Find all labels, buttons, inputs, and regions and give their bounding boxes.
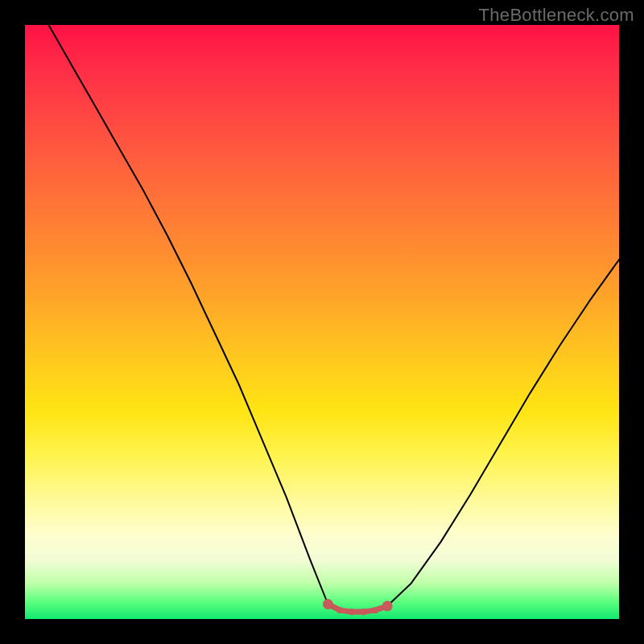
marker-dot xyxy=(323,599,333,609)
plot-area xyxy=(25,25,619,619)
curve-layer xyxy=(25,25,619,619)
chart-frame: TheBottleneck.com xyxy=(0,0,644,644)
marker-dot xyxy=(361,609,367,615)
marker-dot xyxy=(349,609,355,615)
marker-dot xyxy=(336,607,343,613)
bottleneck-curve xyxy=(49,25,620,612)
marker-dot xyxy=(382,601,393,611)
watermark-text: TheBottleneck.com xyxy=(479,5,634,26)
marker-dot xyxy=(372,607,378,613)
